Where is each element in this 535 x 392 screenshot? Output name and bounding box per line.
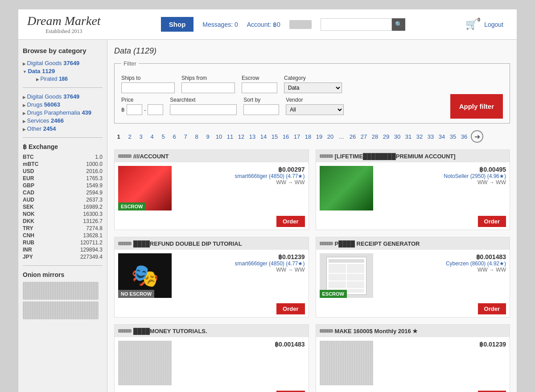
apply-filter-button[interactable]: Apply filter: [450, 94, 503, 119]
logout-button[interactable]: Logout: [484, 21, 503, 28]
page-number[interactable]: 10: [214, 133, 223, 140]
page-number[interactable]: 33: [426, 133, 435, 140]
page-number[interactable]: 30: [393, 133, 402, 140]
page-number[interactable]: 34: [437, 133, 446, 140]
product-body: ฿0.01239: [316, 337, 510, 389]
vendor-select[interactable]: All: [286, 104, 344, 115]
browse-category-title: Browse by category: [23, 46, 103, 55]
page-number[interactable]: 15: [270, 133, 279, 140]
price-max-input[interactable]: [148, 104, 163, 115]
exchange-currency: INR: [23, 247, 32, 253]
page-number[interactable]: 27: [359, 133, 368, 140]
product-body: ฿0.001483: [115, 337, 309, 389]
page-number[interactable]: 20: [326, 133, 335, 140]
sortby-input[interactable]: [243, 104, 279, 115]
page-number[interactable]: 36: [460, 133, 469, 140]
escrow-input[interactable]: [242, 83, 277, 93]
page-number[interactable]: 7: [181, 133, 190, 140]
exchange-rate-row: CAD2594.9: [23, 190, 103, 196]
product-info: ฿0.001483: [176, 341, 305, 385]
product-price: ฿0.01239: [176, 253, 305, 260]
page-number[interactable]: 1: [114, 133, 123, 140]
product-footer: Order: [316, 389, 510, 392]
ships-to-input[interactable]: [121, 83, 175, 93]
page-number[interactable]: 13: [248, 133, 257, 140]
page-number[interactable]: 31: [404, 133, 413, 140]
product-card: ████REFUND DOUBLE DIP TUTORIAL 🎭 NO ESCR…: [114, 237, 309, 318]
cat-services[interactable]: Services 2466: [23, 117, 103, 124]
pagination-next[interactable]: ➜: [471, 130, 483, 143]
product-title: ████MONEY TUTORIALS.: [115, 325, 309, 337]
exchange-currency: mBTC: [23, 161, 38, 167]
searchtext-group: Searchtext: [170, 97, 237, 115]
category-select[interactable]: Data: [284, 83, 342, 93]
order-button[interactable]: Order: [478, 216, 506, 227]
product-seller[interactable]: smart666tiger (4850) (4.77★): [176, 173, 305, 179]
cat-other[interactable]: Other 2454: [23, 125, 103, 132]
page-number[interactable]: 29: [382, 133, 391, 140]
product-body: ESCROW ฿0.001483 Cyberzen (8600) (4.92★)…: [316, 250, 510, 301]
exchange-value: 120711.2: [80, 239, 103, 246]
messages-link[interactable]: Messages: 0: [202, 21, 238, 28]
page-number[interactable]: 28: [370, 133, 379, 140]
exchange-rate-row: mBTC1000.0: [23, 161, 103, 167]
page-number[interactable]: 4: [148, 133, 156, 140]
exchange-currency: AUD: [23, 197, 34, 203]
product-price: ฿0.00297: [176, 166, 305, 173]
logo-title: Dream Market: [27, 14, 101, 28]
page-number[interactable]: 35: [449, 133, 457, 140]
filter-row-2: Price ฿ - Searchtext: [121, 97, 446, 115]
page-number[interactable]: 8: [192, 133, 201, 140]
page-number[interactable]: 2: [125, 133, 134, 140]
page-number[interactable]: 12: [237, 133, 246, 140]
site-logo: Dream Market Established 2013: [27, 14, 101, 35]
search-button[interactable]: 🔍: [392, 18, 405, 31]
product-seller[interactable]: Cyberzen (8600) (4.92★): [378, 260, 506, 267]
product-image: [118, 341, 172, 385]
order-button[interactable]: Order: [478, 303, 506, 314]
cat-drugs-paraphernalia[interactable]: Drugs Paraphernalia 439: [23, 109, 103, 116]
account-link[interactable]: Account: ฿0: [247, 21, 280, 28]
order-button[interactable]: Order: [276, 216, 305, 227]
exchange-value: 129894.3: [80, 247, 103, 253]
cat-pirated[interactable]: Pirated 186: [36, 76, 103, 82]
searchtext-input[interactable]: [170, 104, 237, 115]
page-number[interactable]: 9: [203, 133, 212, 140]
page-number[interactable]: 26: [348, 133, 357, 140]
page-number[interactable]: 32: [415, 133, 424, 140]
escrow-badge: NO ESCROW: [118, 290, 154, 298]
price-inputs: ฿ -: [121, 104, 163, 115]
ships-from-input[interactable]: [181, 83, 235, 93]
onion-mirrors-title: Onion mirrors: [23, 271, 103, 278]
page-number[interactable]: 18: [304, 133, 313, 140]
products-grid: ////ACCOUNT ESCROW ฿0.00297 smart666tige…: [114, 149, 510, 392]
page-number[interactable]: 14: [259, 133, 268, 140]
price-label: Price: [121, 97, 163, 103]
cart-count: 0: [477, 17, 481, 22]
page-number[interactable]: 19: [315, 133, 324, 140]
page-number[interactable]: 11: [226, 133, 235, 140]
cat-data[interactable]: Data 1129: [23, 68, 103, 74]
search-input[interactable]: [321, 18, 392, 31]
page-number[interactable]: 17: [292, 133, 301, 140]
page-number[interactable]: 5: [159, 133, 168, 140]
exchange-value: 1.0: [95, 154, 103, 160]
product-seller[interactable]: smart666tiger (4850) (4.77★): [176, 260, 305, 267]
price-min-input[interactable]: [127, 104, 142, 115]
exchange-value: 2594.9: [86, 190, 103, 196]
vendor-label: Vendor: [286, 97, 344, 103]
cat-digital-goods-1[interactable]: Digital Goods 37649: [23, 60, 103, 66]
page-number[interactable]: 3: [136, 133, 145, 140]
shop-button[interactable]: Shop: [161, 17, 194, 32]
cart-icon[interactable]: 🛒0: [465, 19, 477, 30]
filter-inner: Ships to Ships from Escrow: [121, 75, 503, 119]
exchange-rate-row: CNH13628.1: [23, 232, 103, 239]
exchange-title: ฿ Exchange: [23, 143, 103, 150]
order-button[interactable]: Order: [276, 303, 305, 314]
cat-drugs[interactable]: Drugs 56063: [23, 101, 103, 108]
page-number[interactable]: 16: [281, 133, 290, 140]
product-seller[interactable]: NotoSeller (2950) (4.96★): [378, 173, 506, 179]
page-number[interactable]: 6: [170, 133, 179, 140]
cat-digital-goods-2[interactable]: Digital Goods 37649: [23, 93, 103, 100]
price-sep: -: [144, 107, 146, 113]
